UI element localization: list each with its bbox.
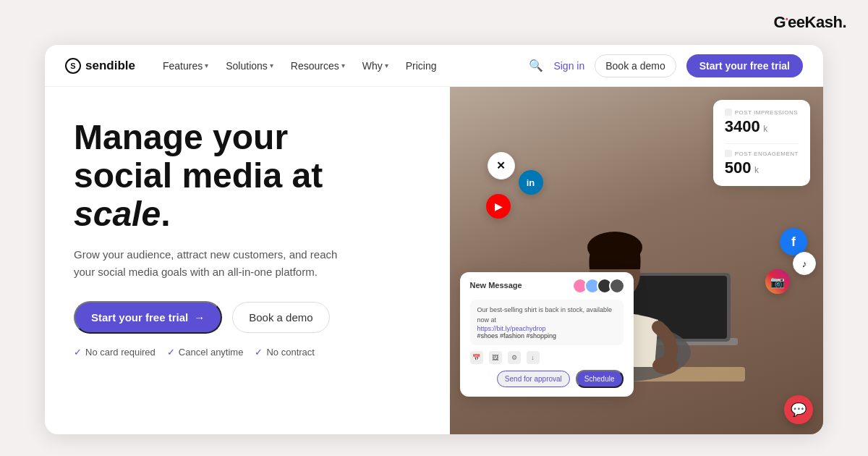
x-social-icon[interactable]: ✕ — [488, 152, 515, 180]
chevron-down-icon: ▾ — [385, 62, 388, 69]
send-approval-button[interactable]: Send for approval — [497, 371, 570, 387]
impressions-value: 3400 k — [725, 117, 799, 136]
nav-links: Features ▾ Solutions ▾ Resources ▾ Why ▾… — [156, 56, 529, 76]
engagement-label: POST ENGAGEMENT — [725, 150, 799, 157]
signin-link[interactable]: Sign in — [553, 60, 584, 72]
trust-badge-cancel: ✓ Cancel anytime — [167, 347, 244, 358]
compose-actions: Send for approval Schedule — [470, 370, 624, 388]
chart-icon — [725, 150, 732, 157]
check-icon: ✓ — [167, 347, 175, 358]
watermark-g: G — [773, 13, 786, 31]
stat-divider — [725, 143, 799, 144]
nav-why[interactable]: Why ▾ — [355, 56, 396, 76]
arrow-right-icon: → — [194, 311, 205, 324]
engagement-stat: POST ENGAGEMENT 500 k — [725, 150, 799, 177]
check-icon: ✓ — [255, 347, 263, 358]
impressions-stat: POST IMPRESSIONS 3400 k — [725, 109, 799, 136]
nav-features[interactable]: Features ▾ — [156, 56, 216, 76]
check-icon: ✓ — [74, 347, 82, 358]
trust-badge-card: ✓ No card required — [74, 347, 156, 358]
logo-icon: S — [65, 58, 81, 74]
hero-right: POST IMPRESSIONS 3400 k POST ENGAGEMENT … — [450, 87, 823, 434]
image-tool-icon[interactable]: 🖼 — [489, 351, 502, 364]
chat-bubble-button[interactable]: 💬 — [784, 395, 813, 424]
hero-title: Manage your social media at scale. — [74, 119, 421, 233]
nav-actions: 🔍 Sign in Book a demo Start your free tr… — [529, 54, 803, 77]
hero-section: Manage your social media at scale. Grow … — [45, 87, 823, 434]
nav-resources[interactable]: Resources ▾ — [284, 56, 352, 76]
tiktok-social-icon[interactable]: ♪ — [793, 252, 816, 275]
impressions-label: POST IMPRESSIONS — [725, 109, 799, 116]
chevron-down-icon: ▾ — [270, 62, 273, 69]
start-trial-nav-button[interactable]: Start your free trial — [686, 54, 803, 77]
youtube-social-icon[interactable]: ▶ — [486, 194, 511, 219]
trust-badge-contract: ✓ No contract — [255, 347, 314, 358]
geekash-watermark: G•eeKash. — [773, 13, 846, 32]
nav-solutions[interactable]: Solutions ▾ — [218, 56, 281, 76]
compose-text: Our best-selling shirt is back in stock,… — [477, 305, 616, 325]
compose-header: New Message — [470, 281, 522, 290]
chevron-down-icon: ▾ — [205, 62, 208, 69]
start-trial-hero-button[interactable]: Start your free trial → — [74, 301, 222, 334]
schedule-button[interactable]: Schedule — [576, 370, 624, 388]
instagram-icon: 📷 — [770, 275, 785, 289]
compose-card: New Message Our best-selling shirt is ba… — [460, 272, 634, 397]
hero-left: Manage your social media at scale. Grow … — [45, 87, 450, 434]
calendar-tool-icon[interactable]: 📅 — [470, 351, 483, 364]
linkedin-social-icon[interactable]: in — [519, 170, 543, 195]
chevron-down-icon: ▾ — [341, 62, 345, 69]
download-tool-icon[interactable]: ↓ — [527, 351, 540, 364]
search-icon[interactable]: 🔍 — [529, 59, 543, 72]
main-card: S sendible Features ▾ Solutions ▾ Resour… — [45, 45, 823, 434]
settings-tool-icon[interactable]: ⚙ — [508, 351, 521, 364]
trust-badges: ✓ No card required ✓ Cancel anytime ✓ No… — [74, 347, 421, 358]
watermark-text: eeKash. — [788, 13, 846, 31]
compose-body: Our best-selling shirt is back in stock,… — [470, 300, 624, 345]
avatar — [609, 278, 625, 294]
compose-link: https://bit.ly/peachydrop — [477, 325, 616, 332]
book-demo-button[interactable]: Book a demo — [595, 54, 676, 77]
book-demo-hero-button[interactable]: Book a demo — [232, 302, 329, 333]
compose-avatars — [572, 278, 625, 294]
stats-card: POST IMPRESSIONS 3400 k POST ENGAGEMENT … — [713, 100, 810, 186]
logo[interactable]: S sendible — [65, 58, 135, 74]
compose-tags: #shoes #fashion #shopping — [477, 332, 616, 339]
hero-buttons: Start your free trial → Book a demo — [74, 301, 421, 334]
chart-icon — [725, 109, 732, 116]
hero-description: Grow your audience, attract new customer… — [74, 246, 356, 281]
instagram-social-icon[interactable]: 📷 — [765, 269, 790, 294]
engagement-value: 500 k — [725, 159, 799, 177]
nav-pricing[interactable]: Pricing — [399, 56, 444, 76]
svg-point-9 — [652, 357, 678, 374]
compose-toolbar: 📅 🖼 ⚙ ↓ — [470, 351, 624, 364]
logo-text: sendible — [85, 59, 135, 73]
navbar: S sendible Features ▾ Solutions ▾ Resour… — [45, 45, 823, 87]
